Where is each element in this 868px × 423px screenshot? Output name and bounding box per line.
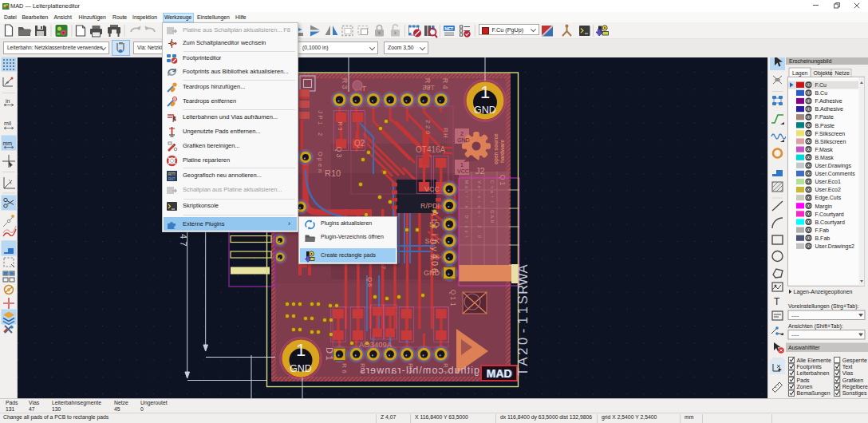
- svg-text:6: 6: [341, 370, 348, 374]
- svg-text:p: p: [464, 230, 469, 232]
- svg-text:Lagen-Anzeigeoptionen: Lagen-Anzeigeoptionen: [794, 289, 853, 295]
- svg-text:mil: mil: [4, 121, 11, 126]
- svg-text:r: r: [490, 196, 495, 198]
- svg-text:F.Paste: F.Paste: [815, 114, 834, 120]
- svg-text:J: J: [317, 110, 324, 113]
- svg-text:M: M: [464, 180, 469, 184]
- svg-text:R: R: [341, 363, 348, 368]
- svg-text:h: h: [490, 186, 495, 188]
- svg-text:i: i: [464, 221, 469, 222]
- svg-text:F.Fab: F.Fab: [815, 227, 830, 233]
- svg-text:github.com\htl-ranwers: github.com\htl-ranwers: [359, 365, 479, 376]
- svg-text:s: s: [477, 196, 482, 198]
- svg-text:1: 1: [499, 181, 507, 185]
- svg-text:Pads: Pads: [797, 378, 810, 383]
- svg-text:R7?: R7?: [168, 172, 176, 176]
- svg-text:----: ----: [791, 332, 799, 338]
- svg-text:B.Silkscreen: B.Silkscreen: [815, 139, 846, 144]
- svg-text:2: 2: [515, 348, 530, 355]
- svg-text:----: ----: [791, 313, 799, 318]
- svg-text:mm: mm: [3, 140, 13, 146]
- svg-text:open source: open source: [493, 133, 499, 164]
- svg-text:Objekte: Objekte: [814, 70, 833, 77]
- svg-text:i: i: [477, 201, 482, 202]
- svg-text:Grafiken: Grafiken: [842, 378, 864, 383]
- svg-text:P: P: [317, 115, 324, 119]
- svg-text:T: T: [515, 368, 530, 376]
- svg-text:D: D: [325, 347, 334, 354]
- svg-text:B.Fab: B.Fab: [815, 235, 831, 241]
- svg-text:Lagen: Lagen: [792, 70, 808, 77]
- svg-text:H: H: [442, 133, 449, 137]
- svg-text:R: R: [424, 78, 432, 84]
- svg-text:B.Paste: B.Paste: [815, 123, 835, 128]
- svg-text:-: -: [515, 329, 530, 334]
- svg-text:6: 6: [366, 283, 373, 287]
- svg-text:W: W: [515, 273, 530, 286]
- svg-text:F.Silkscreen: F.Silkscreen: [815, 131, 846, 136]
- svg-text:r: r: [464, 196, 469, 198]
- svg-text:2: 2: [424, 120, 432, 123]
- svg-text:R: R: [490, 220, 495, 223]
- svg-text:SS: SS: [430, 253, 440, 261]
- svg-text:1: 1: [515, 317, 530, 324]
- svg-text:T: T: [774, 296, 780, 307]
- svg-text:B.Mask: B.Mask: [815, 155, 834, 160]
- svg-text:Q2: Q2: [354, 139, 365, 148]
- svg-text:Bemaßungen: Bemaßungen: [797, 390, 831, 397]
- svg-text:e: e: [317, 164, 324, 167]
- svg-text:1: 1: [480, 82, 490, 102]
- svg-text:1: 1: [296, 340, 306, 360]
- svg-text:SCK: SCK: [424, 237, 440, 245]
- svg-text:Sonstiges: Sonstiges: [842, 390, 867, 397]
- svg-text:1: 1: [317, 121, 324, 125]
- svg-text:Auswahlfilter: Auswahlfilter: [788, 345, 820, 350]
- svg-text:Alle Elemente: Alle Elemente: [797, 358, 831, 363]
- svg-text:n: n: [317, 169, 324, 172]
- svg-text:R10: R10: [325, 168, 341, 178]
- svg-text:Leiterbahnen: Leiterbahnen: [797, 370, 830, 376]
- svg-text:Q: Q: [335, 146, 343, 152]
- svg-text:A: A: [430, 210, 440, 216]
- svg-text:F.Mask: F.Mask: [815, 147, 834, 152]
- svg-text:y: y: [430, 247, 440, 251]
- svg-text:F.Adhesive: F.Adhesive: [815, 98, 842, 104]
- svg-text:Ansichten (Shift+Tab):: Ansichten (Shift+Tab):: [788, 323, 843, 330]
- svg-text:2: 2: [460, 131, 464, 136]
- svg-text:OT416A: OT416A: [416, 145, 446, 154]
- svg-text:Zonen: Zonen: [797, 384, 813, 389]
- svg-text:T56: T56: [422, 84, 435, 92]
- svg-text:VCC: VCC: [457, 168, 469, 174]
- svg-text:B.Cu: B.Cu: [815, 90, 828, 96]
- svg-text:User.Eco2: User.Eco2: [815, 187, 841, 192]
- svg-text:GND: GND: [457, 137, 470, 143]
- svg-text:Regelbereich: Regelbereich: [842, 384, 868, 390]
- svg-text:R: R: [442, 128, 449, 132]
- svg-text:J2: J2: [475, 166, 485, 176]
- svg-text:GND: GND: [474, 105, 496, 116]
- svg-text:2: 2: [477, 225, 482, 227]
- svg-text:Q: Q: [449, 290, 457, 295]
- svg-text:3: 3: [335, 153, 343, 157]
- svg-text:A: A: [515, 264, 530, 273]
- svg-text:in: in: [6, 98, 10, 104]
- svg-text:4: 4: [441, 85, 449, 89]
- svg-text:hardware: hardware: [499, 140, 505, 163]
- svg-text:l: l: [490, 201, 495, 202]
- svg-text:User.Drawings: User.Drawings: [815, 163, 852, 169]
- svg-text:MAD: MAD: [487, 367, 512, 380]
- svg-text:e: e: [477, 186, 482, 188]
- svg-text:F.Courtyard: F.Courtyard: [815, 212, 844, 218]
- svg-text:R: R: [341, 78, 349, 84]
- svg-text:l: l: [464, 236, 469, 237]
- svg-text:SO: SO: [429, 220, 440, 228]
- svg-text:User.Eco1: User.Eco1: [815, 179, 841, 184]
- svg-text:o: o: [477, 205, 482, 208]
- svg-text:Netze: Netze: [835, 70, 850, 76]
- svg-text:R/PDI: R/PDI: [420, 202, 440, 210]
- svg-text:i: i: [430, 234, 440, 235]
- svg-text:S: S: [515, 295, 530, 304]
- svg-text:0: 0: [424, 131, 432, 134]
- svg-text:User.Drawings2: User.Drawings2: [815, 243, 855, 250]
- svg-text:Footprints: Footprints: [797, 364, 823, 370]
